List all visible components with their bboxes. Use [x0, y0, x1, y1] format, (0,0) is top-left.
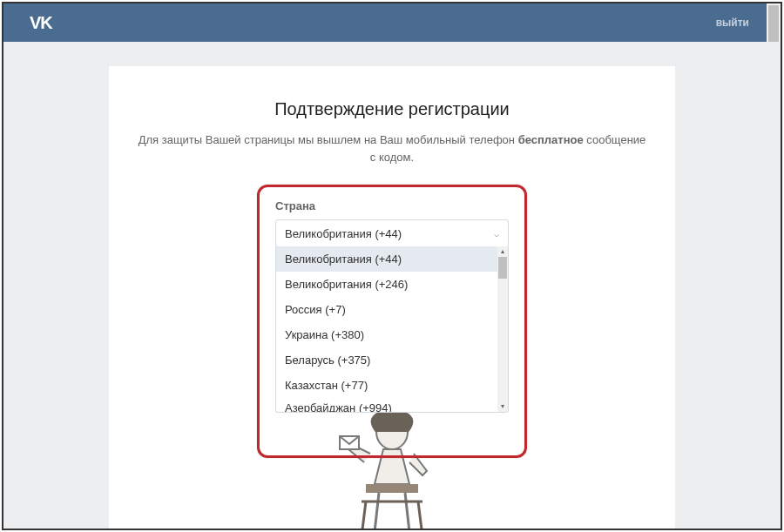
scroll-down-icon[interactable]: ▾: [497, 401, 508, 412]
svg-rect-2: [366, 484, 418, 493]
country-option[interactable]: Великобритания (+246): [276, 272, 497, 297]
chevron-down-icon: ⌵: [494, 229, 499, 239]
country-option[interactable]: Великобритания (+44): [276, 246, 497, 272]
dropdown-scrollbar-thumb[interactable]: [498, 257, 507, 279]
page-subtitle: Для защиты Вашей страницы мы вышлем на В…: [135, 131, 649, 165]
vk-logo[interactable]: VK: [30, 13, 52, 33]
country-option[interactable]: Казахстан (+77): [276, 373, 497, 398]
highlight-annotation: Страна Великобритания (+44) ⌵ Великобрит…: [257, 185, 527, 458]
country-option[interactable]: Россия (+7): [276, 297, 497, 322]
dropdown-scrollbar[interactable]: ▴ ▾: [497, 246, 508, 412]
scroll-up-icon[interactable]: ▴: [497, 246, 508, 257]
country-label: Страна: [275, 199, 509, 212]
country-select[interactable]: Великобритания (+44) ⌵: [275, 219, 509, 247]
country-option[interactable]: Украина (+380): [276, 322, 497, 347]
page-background: Подтверждение регистрации Для защиты Ваш…: [3, 42, 781, 529]
page-scrollbar-thumb[interactable]: [768, 5, 779, 44]
country-option[interactable]: Беларусь (+375): [276, 347, 497, 373]
registration-card: Подтверждение регистрации Для защиты Ваш…: [109, 66, 675, 530]
subtitle-text-bold: бесплатное: [518, 133, 584, 146]
country-select-value: Великобритания (+44): [285, 227, 402, 240]
page-title: Подтверждение регистрации: [135, 99, 649, 119]
country-option[interactable]: Азербайджан (+994): [276, 398, 497, 412]
header: VK выйти: [3, 3, 781, 42]
exit-link[interactable]: выйти: [716, 17, 765, 29]
subtitle-text-before: Для защиты Вашей страницы мы вышлем на В…: [139, 133, 518, 146]
country-dropdown: Великобритания (+44)Великобритания (+246…: [275, 246, 509, 413]
